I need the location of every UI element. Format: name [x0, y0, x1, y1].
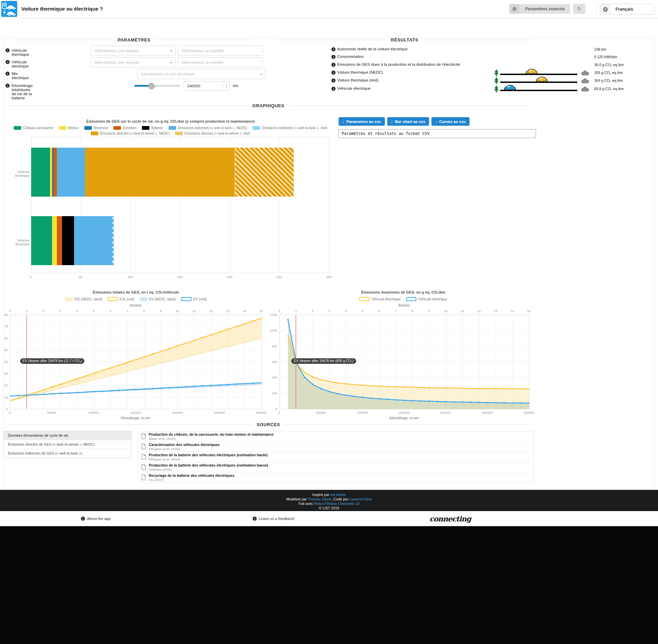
bar-segment — [74, 216, 112, 265]
legend-label: Émissions directes (« tank-to-wheel », N… — [100, 132, 170, 135]
bar-x-tick: 150 — [177, 275, 183, 279]
credit-link[interactable]: Thomas Gibon — [308, 497, 331, 501]
legend-item: Véhicule électrique — [406, 297, 447, 301]
info-icon[interactable]: i — [331, 71, 336, 75]
source-item-4[interactable]: Recyclage de la batterie des véhicules é… — [138, 472, 534, 482]
source-item-1[interactable]: Caractérisation des véhicules électrique… — [138, 441, 534, 451]
legend-swatch — [14, 126, 21, 130]
result-row: iVoiture thermique (réel)264 g CO₂ eq./k… — [0, 77, 658, 85]
bar-segment — [52, 216, 57, 265]
credit-link[interactable]: Semantic UI — [340, 501, 360, 506]
source-tab-1[interactable]: Émissions directes de GES (« tank-to-whe… — [4, 440, 131, 449]
cloud-icon — [581, 70, 589, 76]
info-icon[interactable]: i — [331, 55, 336, 59]
year-tick: 15 — [259, 309, 263, 313]
csv-button-label: Curves as csv — [439, 120, 465, 124]
year-tick: 10 — [444, 309, 448, 313]
y-tick: 40 — [0, 360, 8, 363]
csv-button-2[interactable]: ↓Curves as csv — [431, 117, 470, 126]
bar-segment — [57, 216, 62, 265]
csv-output-box[interactable]: Paramètres et résultats au format CSV — [339, 129, 536, 138]
feedback-label: Leave us a feedback! — [259, 517, 295, 521]
legend-item: Réservoir — [84, 126, 108, 130]
info-icon[interactable]: i — [331, 78, 336, 83]
year-tick: 15 — [527, 309, 531, 313]
legend-label: Réservoir — [94, 126, 108, 130]
credit-text: / — [324, 501, 327, 506]
source-item-0[interactable]: Production du châssis, de la carrosserie… — [138, 431, 534, 441]
connecting-logo[interactable]: connecting — [429, 511, 471, 526]
globe-icon — [600, 4, 611, 14]
x-tick: 250000 — [482, 411, 493, 414]
credit-line-1: Modélisé par Thomas Gibon, Codé par Laur… — [0, 497, 658, 501]
source-title: Production du châssis, de la carrosserie… — [149, 432, 273, 436]
info-icon: i — [81, 517, 85, 521]
bar-chart-legend-row-2: Émissions directes (« tank-to-wheel », N… — [3, 132, 338, 135]
year-tick: 2 — [42, 309, 44, 313]
about-the-app-link[interactable]: i About the app — [81, 511, 111, 526]
info-icon[interactable]: i — [331, 63, 336, 67]
legend-item: Émissions indirectes (« well-to-tank », … — [253, 126, 327, 130]
credit-text: / — [337, 501, 340, 506]
download-icon: ↓ — [435, 120, 437, 124]
emissions-scale-line — [500, 74, 577, 75]
legend-label: Véhicule électrique — [418, 297, 447, 301]
legend-swatch — [406, 297, 416, 301]
results-heading-label: RÉSULTATS — [391, 37, 418, 42]
y-tick: 600 — [268, 360, 277, 363]
credit-line-0: Inspiré par cet article — [0, 493, 658, 497]
legend-swatch — [253, 126, 260, 130]
legend-swatch — [113, 126, 121, 130]
credit-line-3: © LIST 2019 — [0, 506, 658, 510]
x-tick: 0 — [9, 411, 11, 414]
feedback-link[interactable]: i Leave us a feedback! — [253, 511, 295, 526]
lifecycle-bar-chart: Émissions de GES sur le cycle de vie, en… — [3, 116, 338, 284]
result-label: Émissions de GES dues à la production et… — [337, 62, 460, 66]
credit-text: , Codé par — [331, 497, 349, 501]
credit-link[interactable]: Laurent Chion — [349, 497, 372, 501]
source-tab-2[interactable]: Émissions indirectes de GES (« well-to-t… — [4, 449, 131, 458]
y-tick: 70 — [0, 324, 8, 328]
credit-link[interactable]: cet article — [330, 493, 346, 497]
graphics-heading: GRAPHIQUES — [3, 103, 533, 108]
credit-link[interactable]: Redux — [327, 501, 337, 506]
result-value: 264 g CO₂ eq./km — [594, 78, 623, 83]
legend-item: EV (NEDC, ideal) — [140, 297, 176, 301]
info-icon[interactable]: i — [331, 87, 336, 91]
y-tick: 1200 — [268, 313, 277, 317]
legend-item: ICE (real) — [108, 297, 134, 301]
year-tick: 5 — [362, 309, 363, 313]
legend-swatch — [108, 297, 118, 301]
sources-heading-label: SOURCES — [257, 422, 280, 427]
credit-link[interactable]: React — [314, 501, 324, 506]
year-tick: 9 — [160, 309, 161, 313]
year-tick: 6 — [110, 309, 111, 313]
bar-x-tick: 0 — [30, 275, 32, 279]
source-item-3[interactable]: Production de la batterie des véhicules … — [138, 462, 534, 472]
year-tick: 11 — [193, 309, 196, 313]
app-logo-icon[interactable] — [1, 1, 17, 17]
source-tab-0[interactable]: Données d'inventaires de cycle de vie — [4, 431, 131, 440]
year-tick: 14 — [510, 309, 514, 313]
legend-swatch — [175, 132, 183, 135]
legend-swatch — [359, 297, 369, 301]
y-tick: 800 — [268, 344, 277, 348]
legend-swatch — [59, 126, 66, 130]
year-tick: 5 — [93, 309, 95, 313]
info-icon[interactable]: i — [331, 47, 336, 51]
advanced-parameters-button[interactable]: ⚙ Paramètres avancés — [509, 4, 570, 14]
csv-button-1[interactable]: ↓Bar chart as csv — [387, 117, 429, 126]
legend-item: Véhicule thermique — [359, 297, 401, 301]
source-item-2[interactable]: Production de la batterie des véhicules … — [138, 451, 534, 462]
y-tick: 0 — [268, 407, 277, 411]
language-selector[interactable]: Français — [600, 4, 655, 15]
tree-icon — [494, 85, 499, 92]
legend-label: EV (NEDC, ideal) — [149, 297, 176, 301]
legend-swatch — [142, 126, 149, 130]
sources-heading: SOURCES — [3, 422, 533, 427]
csv-button-0[interactable]: ↓Parameters as csv — [339, 117, 385, 126]
gear-icon: ⚙ — [509, 4, 520, 14]
y-tick: 30 — [0, 371, 8, 375]
header-divider — [83, 0, 83, 18]
refresh-button[interactable]: ↻ — [573, 4, 585, 14]
